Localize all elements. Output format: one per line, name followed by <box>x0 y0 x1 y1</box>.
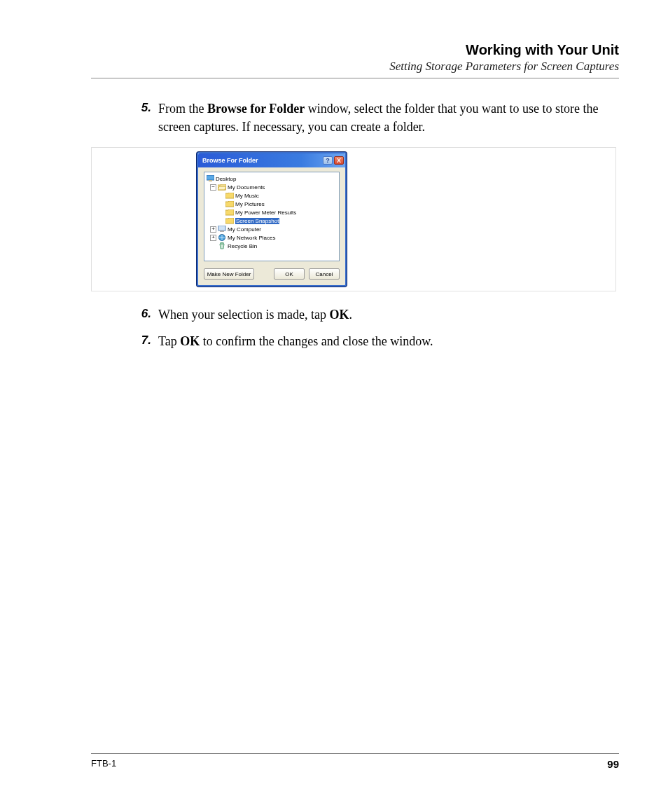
svg-marker-5 <box>225 201 234 207</box>
tree-item-my-computer[interactable]: + My Computer <box>206 225 338 233</box>
step-text-post: . <box>349 308 352 322</box>
step-6: 6. When your selection is made, tap OK. <box>126 305 619 324</box>
footer-line: FTB-1 99 <box>91 758 619 770</box>
tree-label: My Documents <box>228 184 265 191</box>
tree-item-screen-snapshot[interactable]: Screen Snapshot <box>206 216 338 225</box>
figure-browse-for-folder: Browse For Folder ? X Desktop − <box>91 147 616 291</box>
footer-left: FTB-1 <box>91 758 116 770</box>
step-number: 5. <box>126 99 158 136</box>
section-subtitle: Setting Storage Parameters for Screen Ca… <box>91 60 619 74</box>
tree-label: Screen Snapshot <box>235 218 279 224</box>
tree-item-my-pictures[interactable]: My Pictures <box>206 200 338 208</box>
step-text: When your selection is made, tap OK. <box>158 305 619 324</box>
svg-marker-6 <box>225 209 234 215</box>
step-text-bold: OK <box>180 334 200 348</box>
tree-label: Recycle Bin <box>228 243 257 249</box>
page-number: 99 <box>607 758 619 770</box>
collapse-icon[interactable]: − <box>210 184 216 191</box>
tree-label: My Pictures <box>235 201 265 207</box>
step-text-pre: From the <box>158 102 207 116</box>
folder-icon <box>225 217 234 224</box>
step-list-continued: 6. When your selection is made, tap OK. … <box>126 305 619 350</box>
step-5: 5. From the Browse for Folder window, se… <box>126 99 619 136</box>
ok-button[interactable]: OK <box>274 268 305 280</box>
close-button[interactable]: X <box>334 156 344 165</box>
page-header: Working with Your Unit Setting Storage P… <box>91 42 619 74</box>
help-button[interactable]: ? <box>323 156 333 165</box>
folder-icon <box>225 200 234 207</box>
svg-rect-11 <box>221 243 223 245</box>
network-icon <box>218 234 226 241</box>
svg-marker-4 <box>225 193 234 198</box>
tree-item-my-documents[interactable]: − My Documents <box>206 183 338 191</box>
step-text: Tap OK to confirm the changes and close … <box>158 332 619 350</box>
folder-tree[interactable]: Desktop − My Documents <box>204 172 340 261</box>
svg-marker-3 <box>218 186 226 190</box>
step-text-pre: When your selection is made, tap <box>158 308 329 322</box>
expand-icon[interactable]: + <box>210 226 216 233</box>
step-text-bold: OK <box>329 308 349 322</box>
section-title: Working with Your Unit <box>91 42 619 58</box>
tree-item-recycle-bin[interactable]: Recycle Bin <box>206 242 338 250</box>
step-list: 5. From the Browse for Folder window, se… <box>126 99 619 136</box>
dialog-titlebar[interactable]: Browse For Folder ? X <box>198 153 345 167</box>
tree-label: My Power Meter Results <box>235 209 296 216</box>
step-text-post: to confirm the changes and close the win… <box>200 334 433 348</box>
desktop-icon <box>206 175 214 182</box>
expand-icon[interactable]: + <box>210 235 216 241</box>
dialog-button-row: Make New Folder OK Cancel <box>204 268 340 280</box>
footer-rule <box>91 753 619 754</box>
tree-item-my-network-places[interactable]: + My Network Places <box>206 233 338 242</box>
header-rule <box>91 78 619 78</box>
svg-rect-9 <box>220 230 224 232</box>
tree-label: Desktop <box>216 176 236 182</box>
step-text: From the Browse for Folder window, selec… <box>158 99 619 136</box>
folder-open-icon <box>218 184 226 191</box>
cancel-button[interactable]: Cancel <box>309 268 340 280</box>
make-new-folder-button[interactable]: Make New Folder <box>204 268 254 280</box>
dialog-browse-for-folder: Browse For Folder ? X Desktop − <box>197 152 347 287</box>
recycle-bin-icon <box>218 242 226 249</box>
tree-label: My Network Places <box>228 235 275 241</box>
tree-item-my-power-meter-results[interactable]: My Power Meter Results <box>206 208 338 216</box>
tree-item-my-music[interactable]: My Music <box>206 191 338 200</box>
tree-label: My Music <box>235 193 259 199</box>
step-text-bold: Browse for Folder <box>207 102 305 116</box>
dialog-title: Browse For Folder <box>202 157 321 164</box>
page-footer: FTB-1 99 <box>91 753 619 770</box>
folder-icon <box>225 209 234 216</box>
step-number: 6. <box>126 305 158 324</box>
tree-item-desktop[interactable]: Desktop <box>206 174 338 183</box>
step-7: 7. Tap OK to confirm the changes and clo… <box>126 332 619 350</box>
svg-rect-1 <box>209 180 212 181</box>
dialog-body: Desktop − My Documents <box>198 167 345 285</box>
tree-label: My Computer <box>228 226 261 233</box>
computer-icon <box>218 226 226 233</box>
folder-icon <box>225 192 234 199</box>
step-number: 7. <box>126 332 158 350</box>
svg-rect-0 <box>207 175 214 180</box>
svg-rect-8 <box>218 226 225 230</box>
step-text-pre: Tap <box>158 334 180 348</box>
svg-marker-7 <box>225 218 234 223</box>
